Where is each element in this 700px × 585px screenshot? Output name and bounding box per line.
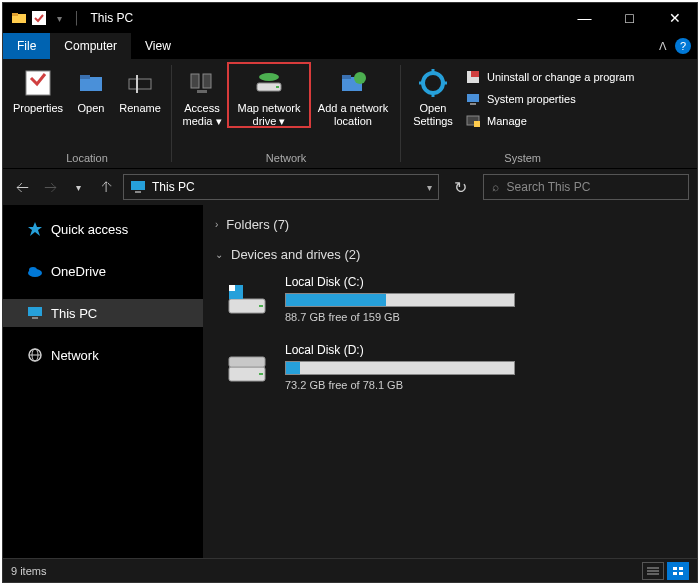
collapse-ribbon-button[interactable]: ᐱ: [659, 40, 667, 53]
back-button[interactable]: 🡠: [11, 175, 33, 199]
search-placeholder: Search This PC: [507, 180, 591, 194]
sidebar-item-onedrive[interactable]: OneDrive: [3, 257, 203, 285]
dropdown-icon[interactable]: ▾: [51, 10, 67, 26]
open-button[interactable]: Open: [69, 63, 113, 115]
maximize-button[interactable]: □: [607, 3, 652, 33]
chevron-right-icon: ›: [215, 219, 218, 230]
properties-icon: [22, 67, 54, 99]
minimize-button[interactable]: —: [562, 3, 607, 33]
svg-rect-28: [474, 121, 480, 127]
access-media-button[interactable]: Access media ▾: [178, 63, 226, 127]
svg-rect-6: [129, 79, 151, 89]
svg-marker-31: [28, 222, 42, 236]
sidebar-item-this-pc[interactable]: This PC: [3, 299, 203, 327]
view-details-button[interactable]: [642, 562, 664, 580]
access-media-label: Access media ▾: [180, 102, 224, 127]
add-network-location-button[interactable]: Add a network location: [312, 63, 394, 127]
svg-rect-30: [135, 191, 141, 193]
recent-dropdown[interactable]: ▾: [67, 175, 89, 199]
drive-item[interactable]: Local Disk (D:) 73.2 GB free of 78.1 GB: [215, 337, 685, 405]
sidebar-item-quick-access[interactable]: Quick access: [3, 215, 203, 243]
open-settings-button[interactable]: Open Settings: [407, 63, 459, 127]
svg-rect-52: [679, 572, 683, 575]
tab-computer[interactable]: Computer: [50, 33, 131, 59]
address-dropdown[interactable]: ▾: [427, 182, 432, 193]
open-icon: [75, 67, 107, 99]
breadcrumb[interactable]: This PC: [152, 180, 195, 194]
checkbox-icon[interactable]: [31, 10, 47, 26]
drive-free-text: 73.2 GB free of 78.1 GB: [285, 379, 525, 391]
svg-rect-1: [12, 13, 18, 16]
sidebar-label: Quick access: [51, 222, 128, 237]
search-box[interactable]: ⌕ Search This PC: [483, 174, 689, 200]
manage-icon: [465, 113, 481, 129]
svg-rect-34: [28, 307, 42, 316]
tab-file[interactable]: File: [3, 33, 50, 59]
system-properties-icon: [465, 91, 481, 107]
status-item-count: 9 items: [11, 565, 46, 577]
drive-item[interactable]: Local Disk (C:) 88.7 GB free of 159 GB: [215, 269, 685, 337]
content-pane: › Folders (7) ⌄ Devices and drives (2) L…: [203, 205, 697, 558]
ribbon-tabs: File Computer View ᐱ ?: [3, 33, 697, 59]
help-button[interactable]: ?: [675, 38, 691, 54]
this-pc-icon: [130, 179, 146, 195]
tab-view[interactable]: View: [131, 33, 185, 59]
system-properties-button[interactable]: System properties: [465, 89, 634, 109]
sidebar-item-network[interactable]: Network: [3, 341, 203, 369]
window-title: This PC: [91, 11, 134, 25]
system-properties-label: System properties: [487, 93, 576, 105]
network-icon: [27, 347, 43, 363]
svg-rect-7: [136, 75, 138, 93]
svg-rect-2: [32, 11, 46, 25]
svg-rect-25: [467, 94, 479, 102]
close-button[interactable]: ✕: [652, 3, 697, 33]
svg-rect-44: [259, 373, 263, 375]
search-icon: ⌕: [492, 180, 499, 194]
map-network-drive-button[interactable]: Map network drive ▾: [228, 63, 310, 127]
navigation-pane: Quick access OneDrive This PC Network: [3, 205, 203, 558]
explorer-window: ▾ │ This PC — □ ✕ File Computer View ᐱ ?…: [2, 2, 698, 583]
svg-rect-49: [673, 567, 677, 570]
svg-rect-35: [32, 317, 38, 319]
up-button[interactable]: 🡡: [95, 175, 117, 199]
main-area: Quick access OneDrive This PC Network › …: [3, 205, 697, 558]
address-bar[interactable]: This PC ▾: [123, 174, 439, 200]
sidebar-label: This PC: [51, 306, 97, 321]
ribbon: Properties Open Rename Location: [3, 59, 697, 169]
section-drives[interactable]: ⌄ Devices and drives (2): [215, 239, 685, 269]
sidebar-label: OneDrive: [51, 264, 106, 279]
svg-rect-26: [470, 103, 476, 105]
titlebar-divider: │: [73, 11, 81, 25]
drive-name: Local Disk (D:): [285, 343, 525, 357]
drive-d-icon: [225, 349, 269, 385]
svg-point-18: [429, 79, 437, 87]
map-network-drive-icon: [253, 67, 285, 99]
open-label: Open: [78, 102, 105, 115]
svg-rect-4: [80, 77, 102, 91]
svg-rect-50: [679, 567, 683, 570]
manage-label: Manage: [487, 115, 527, 127]
manage-button[interactable]: Manage: [465, 111, 634, 131]
section-folders[interactable]: › Folders (7): [215, 209, 685, 239]
folder-icon: [11, 10, 27, 26]
uninstall-program-button[interactable]: Uninstall or change a program: [465, 67, 634, 87]
svg-rect-24: [471, 71, 479, 77]
properties-button[interactable]: Properties: [9, 63, 67, 115]
settings-gear-icon: [417, 67, 449, 99]
open-settings-label: Open Settings: [409, 102, 457, 127]
forward-button[interactable]: 🡢: [39, 175, 61, 199]
svg-rect-45: [229, 357, 265, 367]
drive-usage-bar: [285, 361, 515, 375]
group-label-network: Network: [266, 152, 306, 166]
uninstall-label: Uninstall or change a program: [487, 71, 634, 83]
svg-rect-13: [276, 86, 279, 88]
group-label-location: Location: [66, 152, 108, 166]
svg-rect-8: [191, 74, 199, 88]
rename-button[interactable]: Rename: [115, 63, 165, 115]
refresh-button[interactable]: ↻: [449, 178, 473, 197]
svg-point-16: [354, 72, 366, 84]
titlebar: ▾ │ This PC — □ ✕: [3, 3, 697, 33]
onedrive-icon: [27, 263, 43, 279]
view-tiles-button[interactable]: [667, 562, 689, 580]
rename-icon: [124, 67, 156, 99]
